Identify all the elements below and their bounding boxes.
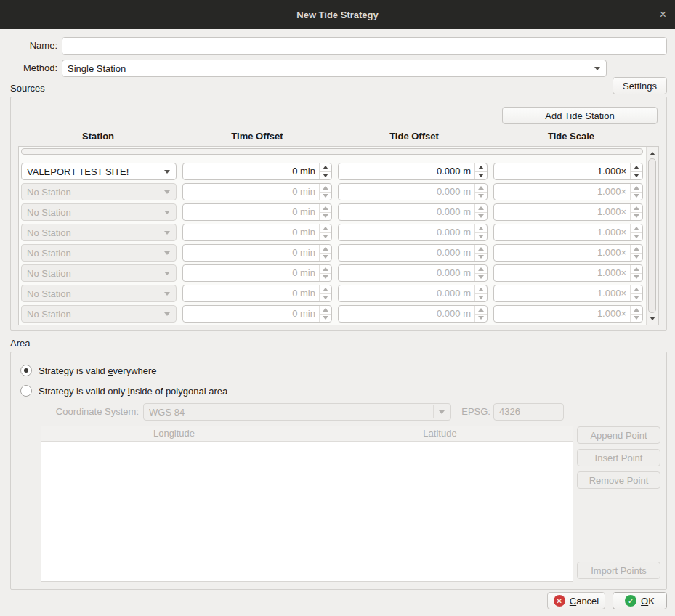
tide-scale-spinbox[interactable]: 1.000× xyxy=(493,163,643,180)
method-combobox[interactable]: Single Station xyxy=(62,60,607,77)
spin-down-icon[interactable] xyxy=(631,212,642,221)
station-combobox[interactable]: No Station xyxy=(21,203,177,221)
spin-up-icon[interactable] xyxy=(320,285,331,293)
spin-up-icon[interactable] xyxy=(320,184,331,192)
spin-down-icon[interactable] xyxy=(320,212,331,221)
spin-up-icon[interactable] xyxy=(320,163,331,171)
ok-button[interactable]: ✓ OK xyxy=(613,592,667,609)
spin-down-icon[interactable] xyxy=(320,273,331,282)
time-offset-spinbox[interactable]: 0 min xyxy=(182,183,332,200)
spin-up-icon[interactable] xyxy=(475,306,487,314)
radio-valid-polygon[interactable]: Strategy is valid only inside of polygon… xyxy=(20,384,227,397)
spin-down-icon[interactable] xyxy=(475,273,487,282)
spin-up-icon[interactable] xyxy=(475,265,487,273)
spin-up-icon[interactable] xyxy=(475,163,487,171)
spin-up-icon[interactable] xyxy=(320,265,331,273)
spin-up-icon[interactable] xyxy=(320,245,331,253)
station-combobox[interactable]: No Station xyxy=(21,224,177,241)
station-combobox[interactable]: VALEPORT TEST SITE! xyxy=(21,163,177,180)
vertical-scrollbar[interactable] xyxy=(646,147,658,325)
tide-scale-spinbox[interactable]: 1.000× xyxy=(493,244,643,262)
spin-up-icon[interactable] xyxy=(631,204,642,212)
station-combobox[interactable]: No Station xyxy=(21,264,177,282)
add-tide-station-button[interactable]: Add Tide Station xyxy=(502,107,658,124)
time-offset-spinbox[interactable]: 0 min xyxy=(182,305,332,323)
name-input[interactable] xyxy=(62,37,667,55)
spin-up-icon[interactable] xyxy=(475,245,487,253)
spin-down-icon[interactable] xyxy=(631,273,642,282)
spin-down-icon[interactable] xyxy=(475,212,487,221)
spin-down-icon[interactable] xyxy=(320,192,331,200)
spin-down-icon[interactable] xyxy=(320,314,331,323)
tide-scale-spinbox[interactable]: 1.000× xyxy=(493,183,643,200)
spin-down-icon[interactable] xyxy=(475,171,487,180)
spin-up-icon[interactable] xyxy=(631,224,642,232)
time-offset-spinbox[interactable]: 0 min xyxy=(182,244,332,262)
insert-point-button[interactable]: Insert Point xyxy=(577,449,660,466)
time-offset-spinbox[interactable]: 0 min xyxy=(182,264,332,282)
spin-down-icon[interactable] xyxy=(631,171,642,180)
spin-up-icon[interactable] xyxy=(631,306,642,314)
settings-button[interactable]: Settings xyxy=(613,77,667,94)
spin-up-icon[interactable] xyxy=(631,163,642,171)
spin-up-icon[interactable] xyxy=(631,285,642,293)
radio-button-icon[interactable] xyxy=(20,365,32,376)
time-offset-spinbox[interactable]: 0 min xyxy=(182,285,332,302)
spin-down-icon[interactable] xyxy=(320,171,331,180)
tide-offset-spinbox[interactable]: 0.000 m xyxy=(338,264,488,282)
horizontal-scrollbar-thumb[interactable] xyxy=(21,148,643,155)
tide-scale-spinbox[interactable]: 1.000× xyxy=(493,305,643,323)
tide-offset-spinbox[interactable]: 0.000 m xyxy=(338,285,488,302)
scroll-down-icon[interactable] xyxy=(647,313,658,323)
station-combobox[interactable]: No Station xyxy=(21,244,177,262)
remove-point-button[interactable]: Remove Point xyxy=(577,471,660,489)
spin-down-icon[interactable] xyxy=(631,192,642,200)
spin-up-icon[interactable] xyxy=(320,224,331,232)
tide-offset-spinbox[interactable]: 0.000 m xyxy=(338,244,488,262)
tide-offset-spinbox[interactable]: 0.000 m xyxy=(338,305,488,323)
spin-up-icon[interactable] xyxy=(475,184,487,192)
titlebar[interactable]: New Tide Strategy × xyxy=(0,0,675,29)
spin-down-icon[interactable] xyxy=(475,232,487,241)
tide-offset-spinbox[interactable]: 0.000 m xyxy=(338,163,488,180)
import-points-button[interactable]: Import Points xyxy=(577,562,660,579)
spin-down-icon[interactable] xyxy=(475,314,487,323)
tide-offset-spinbox[interactable]: 0.000 m xyxy=(338,183,488,200)
spin-down-icon[interactable] xyxy=(320,232,331,241)
spin-down-icon[interactable] xyxy=(631,232,642,241)
cancel-button[interactable]: ✕ Cancel xyxy=(547,592,605,609)
tide-offset-spinbox[interactable]: 0.000 m xyxy=(338,224,488,241)
horizontal-scrollbar[interactable] xyxy=(21,148,643,155)
spin-down-icon[interactable] xyxy=(475,192,487,200)
scroll-up-icon[interactable] xyxy=(647,148,658,158)
spin-down-icon[interactable] xyxy=(475,293,487,302)
spin-up-icon[interactable] xyxy=(475,285,487,293)
radio-valid-everywhere-label[interactable]: Strategy is valid everywhere xyxy=(39,365,157,376)
vertical-scrollbar-thumb[interactable] xyxy=(648,158,656,313)
tide-offset-spinbox[interactable]: 0.000 m xyxy=(338,203,488,221)
spin-down-icon[interactable] xyxy=(475,253,487,262)
spin-down-icon[interactable] xyxy=(631,293,642,302)
spin-up-icon[interactable] xyxy=(320,204,331,212)
time-offset-spinbox[interactable]: 0 min xyxy=(182,224,332,241)
spin-down-icon[interactable] xyxy=(631,314,642,323)
tide-scale-spinbox[interactable]: 1.000× xyxy=(493,203,643,221)
tide-scale-spinbox[interactable]: 1.000× xyxy=(493,264,643,282)
radio-button-icon[interactable] xyxy=(20,385,32,397)
radio-valid-everywhere[interactable]: Strategy is valid everywhere xyxy=(20,364,157,377)
spin-down-icon[interactable] xyxy=(631,253,642,262)
spin-up-icon[interactable] xyxy=(631,245,642,253)
radio-valid-polygon-label[interactable]: Strategy is valid only inside of polygon… xyxy=(39,386,227,397)
spin-up-icon[interactable] xyxy=(631,184,642,192)
spin-down-icon[interactable] xyxy=(320,293,331,302)
spin-up-icon[interactable] xyxy=(631,265,642,273)
station-combobox[interactable]: No Station xyxy=(21,305,177,323)
spin-up-icon[interactable] xyxy=(320,306,331,314)
station-combobox[interactable]: No Station xyxy=(21,285,177,302)
time-offset-spinbox[interactable]: 0 min xyxy=(182,163,332,180)
spin-up-icon[interactable] xyxy=(475,204,487,212)
spin-up-icon[interactable] xyxy=(475,224,487,232)
spin-down-icon[interactable] xyxy=(320,253,331,262)
append-point-button[interactable]: Append Point xyxy=(577,426,660,444)
tide-scale-spinbox[interactable]: 1.000× xyxy=(493,285,643,302)
